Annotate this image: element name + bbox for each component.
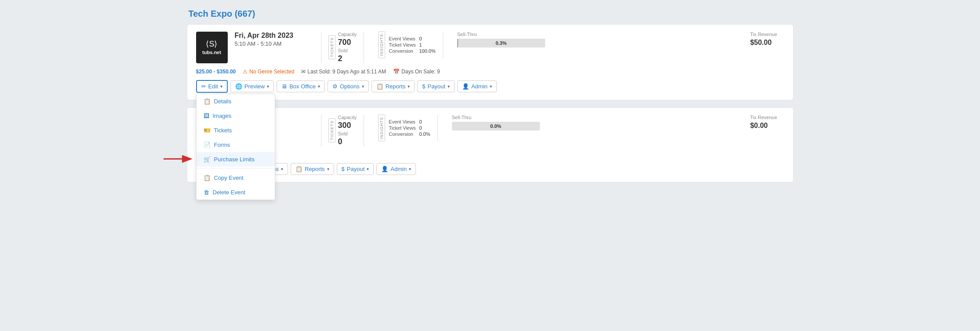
sell-thru-bar-container-2: 0.0% [452, 122, 540, 131]
payout-button-2[interactable]: $ Payout ▾ [337, 163, 374, 175]
capacity-label-2: Capacity [338, 115, 357, 120]
days-on-sale-1: 📅 Days On Sale: 9 [393, 69, 440, 75]
sold-value-2: 0 [338, 137, 342, 146]
edit-icon: ✏ [201, 83, 206, 90]
dropdown-forms[interactable]: 📄 Forms [197, 138, 275, 152]
red-arrow-svg [161, 152, 194, 165]
tix-revenue-label-1: Tix Revenue [750, 32, 777, 37]
insights-section-1: INSIGHTS Event Views Ticket Views Conver… [371, 32, 443, 58]
warning-icon-1: ⚠ [243, 69, 248, 75]
sell-thru-label-1: Sell-Thru [457, 32, 729, 37]
dropdown-copy-event[interactable]: 📋 Copy Event [197, 171, 275, 185]
logo-icon: ⟨S⟩ [206, 39, 217, 49]
reports-button-2[interactable]: 📋 Reports ▾ [291, 163, 334, 175]
tickets-section-2: TICKETS Capacity 300 Sold 0 [321, 115, 364, 146]
insights-labels-1: Event Views Ticket Views Conversion [389, 36, 415, 54]
capacity-value-2: 300 [338, 121, 351, 130]
event-header-2: 0th 2023 00 PM TICKETS Capacity 300 Sold… [196, 115, 784, 146]
admin-button-2[interactable]: 👤 Admin ▾ [376, 163, 416, 175]
event-card-1: ⟨S⟩ tubs.net Fri, Apr 28th 2023 5:10 AM … [187, 24, 794, 100]
sell-thru-bar-container-1: 0.3% [457, 39, 545, 47]
insights-labels-2: Event Views Ticket Views Conversion [389, 119, 415, 137]
capacity-label-1: Capacity [338, 32, 357, 37]
tix-revenue-section-2: Tix Revenue $0.00 [743, 115, 784, 130]
price-range-1: $25.00 - $350.00 [196, 69, 236, 75]
event-views-value-2: 0 [419, 119, 430, 124]
ticket-views-label-2: Ticket Views [389, 125, 415, 131]
insights-label-1: INSIGHTS [378, 32, 385, 58]
sold-value-1: 2 [338, 54, 342, 63]
sell-thru-bar-1 [457, 39, 458, 47]
preview-chevron: ▾ [267, 84, 269, 89]
admin-icon-2: 👤 [381, 166, 388, 172]
reports-chevron-2: ▾ [327, 167, 329, 171]
sell-thru-label-2: Sell-Thru [452, 115, 729, 120]
dropdown-divider-1 [197, 168, 275, 169]
event-actions-1: ✏ Edit ▾ 📋 Details 🖼 Images 🎫 [196, 80, 784, 93]
ticket-views-value-2: 0 [419, 125, 430, 131]
tickets-label-2: TICKETS [328, 118, 335, 142]
ticket-views-value-1: 1 [419, 42, 435, 47]
sell-thru-section-1: Sell-Thru 0.3% [450, 32, 736, 47]
conversion-value-2: 0.0% [419, 131, 430, 137]
ticket-views-label-1: Ticket Views [389, 42, 415, 47]
calendar-icon: 📅 [393, 69, 400, 75]
event-header-1: ⟨S⟩ tubs.net Fri, Apr 28th 2023 5:10 AM … [196, 32, 784, 63]
dropdown-details[interactable]: 📋 Details [197, 94, 275, 109]
payout-icon-2: $ [342, 166, 345, 172]
logo-text: tubs.net [202, 50, 221, 55]
capacity-value-1: 700 [338, 38, 351, 47]
dropdown-tickets[interactable]: 🎫 Tickets [197, 123, 275, 138]
options-chevron-1: ▾ [362, 84, 364, 89]
sell-thru-section-2: Sell-Thru 0.0% [445, 115, 736, 131]
box-office-button-1[interactable]: 🖥 Box Office ▾ [277, 80, 325, 92]
reports-icon-1: 📋 [376, 83, 383, 90]
edit-chevron: ▾ [220, 84, 222, 89]
last-sold-1: ✉ Last Sold: 9 Days Ago at 5:11 AM [301, 69, 386, 75]
conversion-label-1: Conversion [389, 48, 415, 54]
dropdown-purchase-limits[interactable]: 🛒 Purchase Limits [197, 152, 275, 167]
conversion-value-1: 100.0% [419, 48, 435, 54]
payout-chevron-2: ▾ [367, 167, 369, 171]
event-date-time-1: Fri, Apr 28th 2023 5:10 AM - 5:10 AM [235, 32, 314, 47]
purchase-limits-icon: 🛒 [204, 156, 211, 163]
event-meta-2: On Sale: 1 [196, 152, 784, 158]
envelope-icon: ✉ [301, 69, 306, 75]
insights-values-1: 0 1 100.0% [419, 36, 435, 54]
preview-icon: 🌐 [235, 83, 242, 90]
tickets-label-1: TICKETS [328, 35, 335, 59]
event-views-label-1: Event Views [389, 36, 415, 41]
admin-chevron-2: ▾ [409, 167, 411, 171]
dropdown-images[interactable]: 🖼 Images [197, 109, 275, 123]
event-date-1: Fri, Apr 28th 2023 [235, 32, 314, 40]
edit-dropdown: 📋 Details 🖼 Images 🎫 Tickets 📄 Forms [196, 94, 275, 200]
tickets-icon: 🎫 [204, 127, 211, 134]
box-office-icon-1: 🖥 [281, 83, 287, 90]
payout-icon-1: $ [422, 83, 425, 90]
payout-button-1[interactable]: $ Payout ▾ [417, 80, 455, 92]
event-actions-2: 🖥 Box Office ▾ ⚙ Options ▾ 📋 Reports ▾ $… [196, 163, 784, 175]
red-arrow-container [161, 152, 194, 167]
insights-label-2: INSIGHTS [378, 115, 385, 142]
insights-data-1: Event Views Ticket Views Conversion 0 1 … [389, 36, 435, 54]
options-button-1[interactable]: ⚙ Options ▾ [328, 80, 369, 92]
edit-button[interactable]: ✏ Edit ▾ [196, 80, 228, 93]
admin-button-1[interactable]: 👤 Admin ▾ [457, 80, 497, 92]
insights-section-2: INSIGHTS Event Views Ticket Views Conver… [371, 115, 437, 142]
sell-thru-pct-2: 0.0% [490, 124, 501, 129]
insights-values-2: 0 0 0.0% [419, 119, 430, 137]
event-time-1: 5:10 AM - 5:10 AM [235, 40, 314, 47]
images-icon: 🖼 [204, 113, 209, 119]
event-card-2: 0th 2023 00 PM TICKETS Capacity 300 Sold… [187, 107, 794, 182]
main-container: Tech Expo (667) ⟨S⟩ tubs.net Fri, Apr 28… [187, 9, 794, 189]
sell-thru-pct-1: 0.3% [495, 40, 506, 46]
insights-data-2: Event Views Ticket Views Conversion 0 0 … [389, 119, 430, 137]
tickets-section-1: TICKETS Capacity 700 Sold 2 [321, 32, 364, 63]
preview-button[interactable]: 🌐 Preview ▾ [230, 80, 274, 92]
tix-revenue-value-2: $0.00 [750, 122, 777, 130]
copy-event-icon: 📋 [204, 175, 211, 181]
dropdown-delete-event[interactable]: 🗑 Delete Event [197, 185, 275, 200]
details-icon: 📋 [204, 98, 211, 105]
options-chevron-2: ▾ [281, 167, 283, 171]
reports-button-1[interactable]: 📋 Reports ▾ [372, 80, 415, 92]
